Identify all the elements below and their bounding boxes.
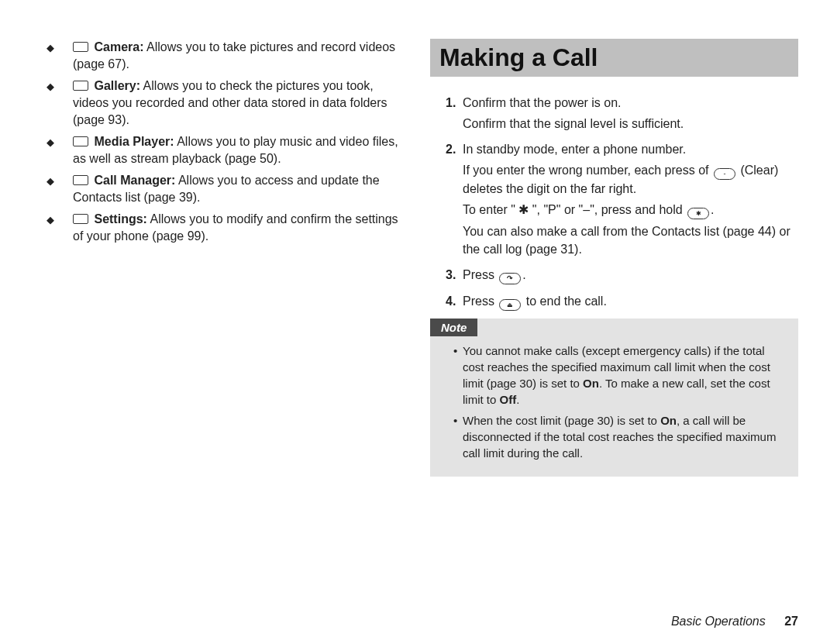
text-fragment: When the cost limit (page 30) is set to <box>463 414 660 427</box>
list-item: Camera: Allows you to take pictures and … <box>46 39 407 73</box>
step-item: Press to end the call. <box>446 292 798 311</box>
step-item: In standby mode, enter a phone number. I… <box>446 140 798 258</box>
gallery-icon <box>73 81 88 91</box>
text-fragment: If you enter the wrong number, each pres… <box>463 164 712 177</box>
text-fragment: . <box>522 268 525 281</box>
footer-label: Basic Operations <box>671 615 766 628</box>
list-item: Gallery: Allows you to check the picture… <box>46 77 407 129</box>
page-content: Camera: Allows you to take pictures and … <box>0 0 837 492</box>
section-heading: Making a Call <box>430 39 798 77</box>
call-key-icon <box>499 273 521 284</box>
media-icon <box>73 136 88 146</box>
feature-list: Camera: Allows you to take pictures and … <box>31 39 407 245</box>
page-footer: Basic Operations 27 <box>671 615 798 629</box>
bold-text: On <box>660 414 677 427</box>
text-fragment: To enter " ✱ ", "P" or "–", press and ho… <box>463 203 686 216</box>
note-label: Note <box>430 319 477 336</box>
note-item: When the cost limit (page 30) is set to … <box>453 412 789 461</box>
page-number: 27 <box>784 615 798 628</box>
list-item: Call Manager: Allows you to access and u… <box>46 172 407 206</box>
item-label: Gallery: <box>94 79 140 92</box>
settings-icon <box>73 214 88 224</box>
star-key-icon <box>687 208 709 219</box>
list-item: Media Player: Allows you to play music a… <box>46 133 407 167</box>
text-fragment: . <box>711 203 714 216</box>
camera-icon <box>73 42 88 52</box>
text-fragment: Press <box>463 294 498 308</box>
text-fragment: to end the call. <box>522 294 607 308</box>
text-fragment: . <box>516 393 519 406</box>
step-text: If you enter the wrong number, each pres… <box>463 161 798 198</box>
clear-key-icon <box>714 168 735 180</box>
note-item: You cannot make calls (except emergency … <box>453 343 789 408</box>
note-box: Note You cannot make calls (except emerg… <box>430 319 798 477</box>
steps-list: Confirm that the power is on. Confirm th… <box>430 94 798 311</box>
step-text: Confirm that the power is on. <box>463 96 622 109</box>
item-label: Call Manager: <box>94 174 175 187</box>
end-key-icon <box>499 299 521 311</box>
note-list: You cannot make calls (except emergency … <box>439 343 789 461</box>
text-fragment: Press <box>463 268 498 281</box>
item-label: Camera: <box>94 40 143 53</box>
step-text: In standby mode, enter a phone number. <box>463 143 686 156</box>
contacts-icon <box>73 175 88 185</box>
bold-text: On <box>583 377 599 390</box>
item-label: Media Player: <box>94 135 174 148</box>
step-item: Confirm that the power is on. Confirm th… <box>446 94 798 133</box>
item-label: Settings: <box>94 212 146 226</box>
step-item: Press . <box>446 266 798 284</box>
list-item: Settings: Allows you to modify and confi… <box>46 211 407 245</box>
step-text: Confirm that the signal level is suffici… <box>463 115 798 133</box>
step-text: To enter " ✱ ", "P" or "–", press and ho… <box>463 201 798 219</box>
bold-text: Off <box>500 393 517 406</box>
left-column: Camera: Allows you to take pictures and … <box>31 39 407 477</box>
right-column: Making a Call Confirm that the power is … <box>430 39 798 477</box>
step-text: You can also make a call from the Contac… <box>463 222 798 258</box>
